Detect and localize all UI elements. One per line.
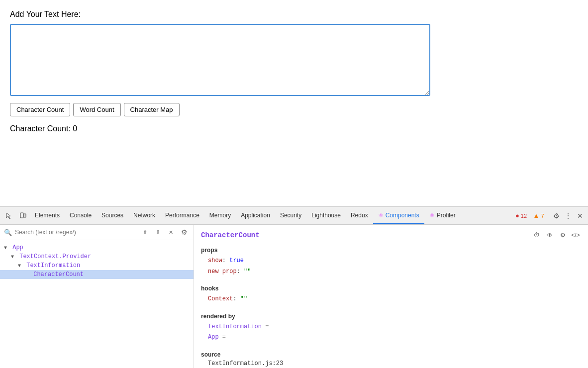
rendered-by-app-arrow: = [222, 334, 226, 341]
inspect-element-button[interactable] [2, 209, 16, 223]
tree-label-textcontext: TextContext.Provider [19, 253, 91, 260]
tree-item-textinformation[interactable]: ▼ TextInformation [0, 261, 194, 270]
more-options-button[interactable]: ⋮ [562, 210, 574, 222]
rendered-by-textinformation[interactable]: TextInformation = [201, 322, 581, 333]
character-map-button[interactable]: Character Map [124, 103, 180, 116]
device-icon [19, 212, 26, 219]
tree-item-app[interactable]: ▼ App [0, 243, 194, 252]
buttons-row: Character Count Word Count Character Map [10, 103, 578, 116]
warn-badge: ▲ 7 [533, 212, 544, 219]
component-name: CharacterCount [201, 231, 260, 239]
error-icon: ● [515, 212, 519, 219]
prop-newprop-value: "" [244, 268, 251, 275]
prop-new-prop: new prop: "" [201, 267, 581, 277]
search-icon: 🔍 [4, 229, 12, 236]
tab-profiler[interactable]: ⚛ Profiler [424, 207, 461, 224]
text-input[interactable] [10, 24, 430, 96]
tab-security[interactable]: Security [275, 207, 306, 224]
devtools-tabs-bar: Elements Console Sources Network Perform… [0, 207, 588, 225]
app-area: Add Your Text Here: Character Count Word… [0, 0, 588, 206]
view-source-button[interactable]: </> [570, 230, 581, 241]
search-bar: 🔍 ⇧ ⇩ ✕ ⚙ [0, 225, 194, 240]
app-label: Add Your Text Here: [10, 10, 578, 19]
prop-show-value: true [229, 257, 244, 264]
word-count-button[interactable]: Word Count [73, 103, 120, 116]
hook-context-value: "" [240, 295, 247, 302]
rendered-by-app-label: App [208, 334, 219, 341]
props-section-title: props [201, 247, 581, 254]
components-react-icon: ⚛ [378, 212, 384, 219]
rendered-by-title: rendered by [201, 313, 581, 320]
tree-label-app: App [12, 244, 23, 251]
prop-show: show: true [201, 256, 581, 267]
header-icons: ⏱ 👁 ⚙ </> [531, 230, 581, 241]
cursor-icon [5, 212, 13, 220]
log-data-button[interactable]: ⚙ [557, 230, 568, 241]
tree-label-textinformation: TextInformation [26, 262, 80, 269]
tab-memory[interactable]: Memory [204, 207, 236, 224]
warn-icon: ▲ [533, 212, 540, 219]
hooks-section-title: hooks [201, 285, 581, 292]
tab-redux[interactable]: Redux [346, 207, 373, 224]
component-settings-button[interactable]: ⚙ [179, 227, 190, 238]
hook-context: Context: "" [201, 294, 581, 305]
tree-arrow-app: ▼ [4, 245, 9, 251]
tab-application[interactable]: Application [236, 207, 275, 224]
left-panel: 🔍 ⇧ ⇩ ✕ ⚙ ▼ App ▼ TextContext.Provider ▼ [0, 225, 194, 368]
search-clear-button[interactable]: ✕ [166, 227, 176, 237]
tab-components[interactable]: ⚛ Components [373, 207, 424, 224]
tree-label-charactercount: CharacterCount [33, 271, 84, 278]
settings-button[interactable]: ⚙ [550, 210, 562, 222]
close-devtools-button[interactable]: ✕ [574, 210, 586, 222]
source-value: TextInformation.js:23 [201, 360, 581, 367]
tree-item-charactercount[interactable]: CharacterCount [0, 270, 194, 279]
devtools-body: 🔍 ⇧ ⇩ ✕ ⚙ ▼ App ▼ TextContext.Provider ▼ [0, 225, 588, 368]
tree-arrow-textcontext: ▼ [11, 254, 16, 260]
tab-performance[interactable]: Performance [160, 207, 204, 224]
tab-network[interactable]: Network [128, 207, 160, 224]
char-count-result: Character Count: 0 [10, 124, 578, 133]
svg-rect-1 [24, 214, 26, 217]
character-count-button[interactable]: Character Count [10, 103, 70, 116]
source-title: source [201, 351, 581, 358]
hook-context-key: Context [208, 295, 233, 302]
prop-newprop-key: new prop [208, 268, 237, 275]
component-name-header: CharacterCount ⏱ 👁 ⚙ </> [201, 230, 581, 241]
profiler-react-icon: ⚛ [429, 212, 435, 219]
component-tree: ▼ App ▼ TextContext.Provider ▼ TextInfor… [0, 240, 194, 368]
search-prev-button[interactable]: ⇧ [140, 227, 150, 237]
component-search-input[interactable] [15, 229, 137, 236]
error-badge: ● 12 [515, 212, 527, 219]
tab-sources[interactable]: Sources [97, 207, 128, 224]
tab-lighthouse[interactable]: Lighthouse [306, 207, 346, 224]
search-next-button[interactable]: ⇩ [153, 227, 163, 237]
right-panel: CharacterCount ⏱ 👁 ⚙ </> props show: tru… [194, 225, 588, 368]
devtools-panel: Elements Console Sources Network Perform… [0, 206, 588, 368]
rendered-by-textinformation-arrow: = [265, 323, 269, 330]
tab-console[interactable]: Console [65, 207, 97, 224]
svg-rect-0 [20, 213, 23, 218]
tree-arrow-textinformation: ▼ [18, 263, 23, 269]
tree-item-textcontext-provider[interactable]: ▼ TextContext.Provider [0, 252, 194, 261]
prop-show-key: show [208, 257, 222, 264]
device-toolbar-button[interactable] [16, 209, 30, 223]
tree-arrow-charactercount [25, 272, 30, 277]
rendered-by-textinformation-label: TextInformation [208, 323, 262, 330]
suspend-button[interactable]: ⏱ [531, 230, 542, 241]
rendered-by-app[interactable]: App = [201, 332, 581, 343]
inspect-button[interactable]: 👁 [544, 230, 555, 241]
tab-elements[interactable]: Elements [30, 207, 65, 224]
